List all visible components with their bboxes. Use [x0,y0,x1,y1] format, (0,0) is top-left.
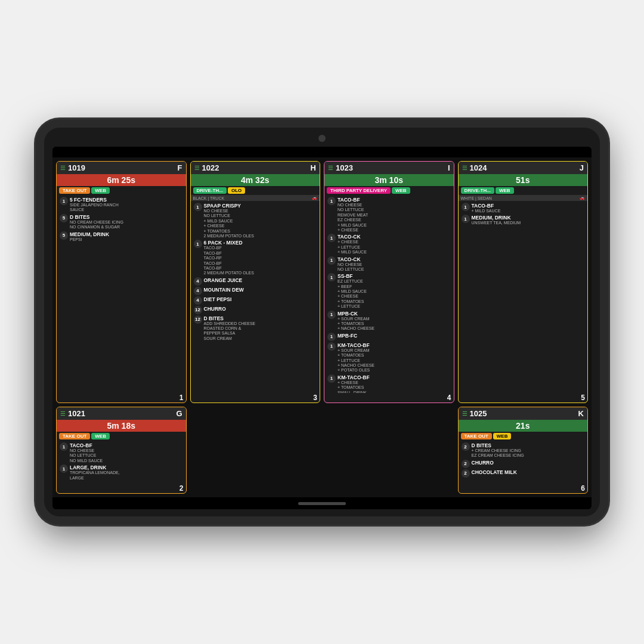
item-details: TACO-BFNO CHEESENO LETTUCENO MILD SAUCE [70,442,183,463]
item-name: TACO-BF [70,442,183,448]
item-mod: NO CREAM CHEESE ICING [70,220,183,225]
card-body: 2 D BITES+ CREAM CHEESE ICINGEZ CREAM CH… [459,441,588,484]
order-card-1024[interactable]: ☰ 1024 J 51sDRIVE-TH...WEB WHITE | SEDAN… [458,161,589,403]
item-details: MPB-CK+ SOUR CREAM+ TOMATOES+ NACHO CHEE… [338,311,451,332]
order-item: 12 CHURRO [194,306,317,314]
item-mod: + SOUR CREAM [338,348,451,353]
order-item: 2 CHOCOLATE MILK [462,469,585,478]
item-mod: TACO-RF [204,256,317,261]
qty-badge: 2 [462,460,470,468]
item-mod: + MILD SAUCE [338,250,451,255]
order-icon: ☰ [462,165,467,171]
card-number: 1 [57,393,186,402]
order-card-1019[interactable]: ☰ 1019 F 6m 25sTAKE OUTWEB 1 5 FC-TENDER… [56,161,187,403]
card-number: 5 [459,393,588,402]
order-card-1025[interactable]: ☰ 1025 K 21sTAKE OUTWEB 2 D BITES+ CREAM… [458,407,589,494]
qty-badge: 1 [327,234,336,242]
item-mod: PEPSI [70,237,183,242]
order-number: 1019 [68,163,85,172]
qty-badge: 1 [60,197,68,205]
order-card-empty[interactable] [190,407,321,494]
item-mod: + TOMATOES [338,353,451,358]
item-name: SPAAP CRISPY [204,203,317,209]
order-item: 1 LARGE, DRINKTROPICANA LEMONADE,LARGE [60,465,183,481]
item-mod: NO CHEESE [338,203,451,208]
item-name: 6 PACK - MIXED [204,240,317,246]
card-header: ☰ 1019 F [57,162,186,174]
tag: WEB [91,187,110,194]
order-card-1021[interactable]: ☰ 1021 G 5m 18sTAKE OUTWEB 1 TACO-BFNO C… [56,407,187,494]
order-item: 5 D BITESNO CREAM CHEESE ICINGNO CINNAMO… [60,214,183,230]
item-name: KM-TACO-BF [338,374,451,380]
item-mod: + POTATO OLES [338,368,451,373]
top-bar [52,147,592,157]
order-letter: K [578,409,584,418]
order-item: 1 TACO-BF+ MILD SAUCE [462,203,585,213]
item-details: SS-BFEZ LETTUCE+ BEEF+ MILD SAUCE+ CHEES… [338,273,451,309]
order-letter: F [178,163,182,172]
item-mod: + CHEESE [338,240,451,244]
card-header: ☰ 1021 G [57,407,186,420]
tag-row: THIRD PARTY DELIVERYWEB [324,186,454,195]
qty-badge: 1 [327,342,336,351]
order-item: 1 KM-TACO-BF+ CHEESE+ TOMATOESSMALL, DRI… [327,374,451,393]
qty-badge: 1 [194,240,202,248]
item-name: D BITES [204,315,317,321]
order-card-empty[interactable] [324,407,454,494]
item-mod: NO MILD SAUCE [70,459,183,463]
order-icon: ☰ [60,410,66,417]
tag-row: TAKE OUTWEB [459,432,588,441]
item-mod: + TOMATOES [338,321,451,326]
item-mod: NO LETTUCE [338,208,451,212]
item-name: TACO-BF [472,203,585,209]
card-body: 1 TACO-BFNO CHEESENO LETTUCEREMOVE MEATE… [324,195,454,393]
item-mod: SIDE JALAPENO RANCH [70,203,183,208]
qty-badge: 1 [462,215,470,223]
order-number: 1023 [336,163,353,172]
tag: WEB [392,187,410,194]
order-item: 1 MPB-CK+ SOUR CREAM+ TOMATOES+ NACHO CH… [327,311,451,332]
item-mod: + CREAM CHEESE ICING [472,448,585,453]
item-details: MOUNTAIN DEW [204,287,317,293]
item-mod: + CHEESE [204,224,317,228]
qty-badge: 1 [327,256,336,265]
tag: OLO [228,187,245,194]
order-card-1022[interactable]: ☰ 1022 H 4m 32sDRIVE-TH...OLO BLACK | TR… [190,161,321,403]
item-details: KM-TACO-BF+ CHEESE+ TOMATOESSMALL, DRINK… [338,374,451,393]
qty-badge: 5 [60,214,68,222]
card-number: 4 [324,393,454,402]
order-icon: ☰ [462,410,467,417]
card-header: ☰ 1025 K [459,407,588,420]
order-item: 5 MEDIUM, DRINKPEPSI [60,231,183,242]
item-name: TACO-BF [338,197,451,203]
item-details: MEDIUM, DRINKUNSWEET TEA, MEDIUM [472,215,585,225]
item-details: D BITESNO CREAM CHEESE ICINGNO CINNAMON … [70,214,183,230]
item-details: CHURRO [472,460,585,466]
item-mod: + SOUR CREAM [338,317,451,321]
order-item: 2 D BITES+ CREAM CHEESE ICINGEZ CREAM CH… [462,442,585,459]
qty-badge: 1 [462,203,470,211]
item-name: 5 FC-TENDERS [70,197,183,203]
item-details: KM-TACO-BF+ SOUR CREAM+ TOMATOES+ LETTUC… [338,342,451,373]
item-mod: EZ CHEESE [338,218,451,222]
order-item: 1 SPAAP CRISPYNO CHEESENO LETTUCE+ MILD … [194,203,317,239]
vehicle-info: WHITE | SEDAN 🚗 [459,195,588,201]
qty-badge: 1 [194,203,202,211]
order-item: 4 MOUNTAIN DEW [194,287,317,295]
item-mod: + LETTUCE [338,304,451,309]
item-name: CHURRO [472,460,585,466]
order-card-1023[interactable]: ☰ 1023 I 3m 10sTHIRD PARTY DELIVERYWEB 1… [324,161,454,403]
item-details: MEDIUM, DRINKPEPSI [70,231,183,242]
item-mod: + TOMATOES [338,299,451,304]
qty-badge: 5 [60,231,68,240]
item-details: SPAAP CRISPYNO CHEESENO LETTUCE+ MILD SA… [204,203,317,239]
tag: THIRD PARTY DELIVERY [327,187,391,194]
card-number: 3 [191,393,320,402]
item-mod: LARGE [70,476,183,481]
qty-badge: 2 [462,469,470,478]
order-item: 1 TACO-CKNO CHEESENO LETTUCE [327,256,451,273]
item-mod: ROASTED CORN & [204,326,317,331]
item-name: TACO-CK [338,234,451,240]
card-body: 1 TACO-BFNO CHEESENO LETTUCENO MILD SAUC… [57,441,186,484]
order-item: 1 TACO-BFNO CHEESENO LETTUCENO MILD SAUC… [60,442,183,463]
